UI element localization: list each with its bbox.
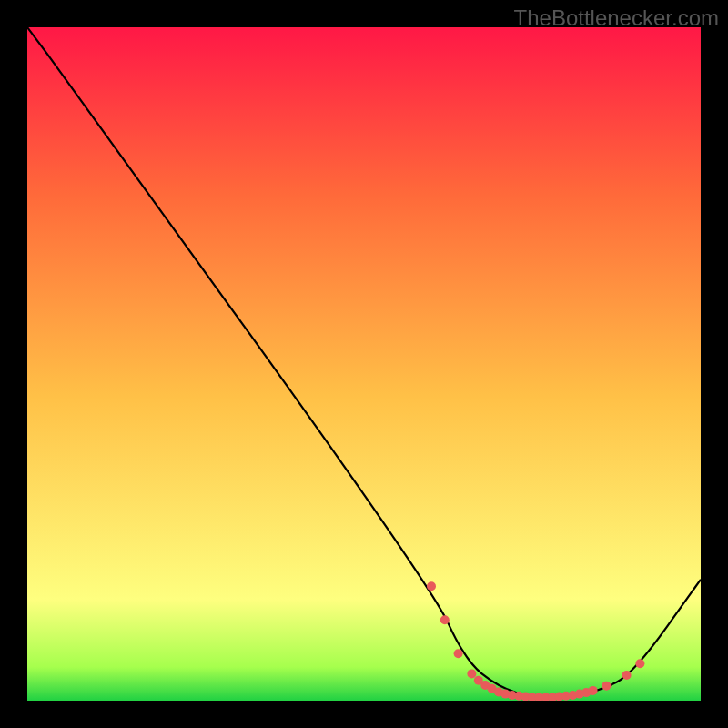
data-point (427, 581, 436, 591)
data-point (440, 615, 450, 624)
data-point (467, 669, 476, 678)
gradient-bg (27, 27, 701, 701)
data-point (589, 686, 598, 695)
bottleneck-chart (27, 27, 701, 701)
data-point (602, 682, 611, 691)
attribution-text: TheBottlenecker.com (514, 5, 719, 31)
data-point (454, 649, 463, 658)
chart-svg (27, 27, 701, 701)
data-point (635, 659, 644, 668)
data-point (622, 671, 632, 680)
